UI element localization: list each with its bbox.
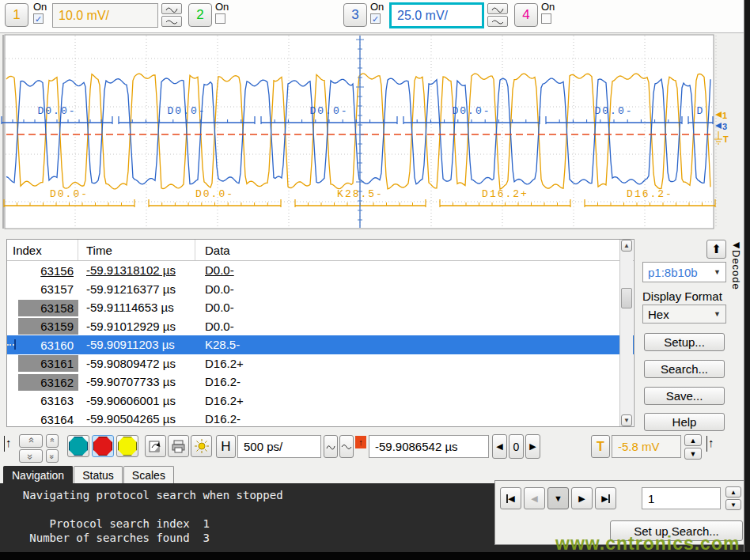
table-row[interactable]: 63159-59.91012929 µsD0.0- xyxy=(7,317,634,336)
column-header-data[interactable]: Data xyxy=(195,240,634,260)
save-button[interactable]: Save... xyxy=(644,387,725,405)
spinner-up-button[interactable]: ▲ xyxy=(725,486,741,498)
channel-3-button[interactable]: 3 xyxy=(343,3,367,27)
cell-time[interactable]: -59.90707733 µs xyxy=(78,375,195,388)
print-button[interactable] xyxy=(168,435,189,457)
scrollbar-thumb[interactable] xyxy=(621,288,632,308)
level-down-button[interactable]: ▼ xyxy=(684,448,702,460)
trigger-button[interactable]: T xyxy=(591,435,610,458)
column-header-time[interactable]: Time xyxy=(78,240,195,260)
channel-1-button[interactable]: 1 xyxy=(5,3,28,27)
cell-time[interactable]: -59.90809472 µs xyxy=(78,357,195,370)
scale-up-icon[interactable] xyxy=(487,3,508,14)
cell-data[interactable]: K28.5- xyxy=(195,338,634,351)
cell-data[interactable]: D16.2+ xyxy=(195,357,634,370)
search-button[interactable]: Search... xyxy=(644,360,725,378)
table-scrollbar[interactable]: ▲ ▼ xyxy=(619,240,633,426)
horizontal-button[interactable]: H xyxy=(216,435,236,458)
channel-4-on-checkbox[interactable] xyxy=(541,13,551,24)
cell-index[interactable]: 63159 xyxy=(18,318,78,335)
nav-down-button[interactable]: ▼ xyxy=(547,487,569,509)
cell-index[interactable]: 63161 xyxy=(18,355,78,372)
collapse-up-button[interactable]: ⬆ xyxy=(706,240,726,259)
column-header-index[interactable]: Index xyxy=(7,240,78,260)
level-up-button[interactable]: ▲ xyxy=(684,434,702,446)
channel-3-on-checkbox[interactable]: ✓ xyxy=(370,13,381,24)
nav-next-button[interactable]: ▶ xyxy=(571,487,593,509)
table-row[interactable]: 63164-59.90504265 µsD16.2- xyxy=(7,410,634,429)
cell-time[interactable]: -59.91114653 µs xyxy=(78,301,195,314)
nav-first-button[interactable]: ◀ xyxy=(500,487,521,509)
help-button[interactable]: Help xyxy=(644,413,725,431)
delay-right-button[interactable]: ▶ xyxy=(525,434,540,459)
tab-navigation[interactable]: Navigation xyxy=(3,466,73,483)
export-button[interactable] xyxy=(145,435,166,457)
channel-1-on-checkbox[interactable]: ✓ xyxy=(33,13,44,24)
single-button[interactable] xyxy=(116,435,138,457)
scale-down-icon[interactable] xyxy=(161,16,182,27)
cell-index[interactable]: 63156 xyxy=(18,263,78,279)
table-row[interactable]: 63161-59.90809472 µsD16.2+ xyxy=(7,354,634,373)
timebase-zoom-in-button[interactable] xyxy=(324,435,338,458)
nav-last-button[interactable]: ▶ xyxy=(595,487,616,509)
table-row[interactable]: 63156-59.91318102 µsD0.0- xyxy=(7,261,634,280)
cell-index[interactable]: 63163 xyxy=(18,392,78,409)
scale-down-icon[interactable] xyxy=(487,16,508,27)
scrollbar-up-icon[interactable]: ▲ xyxy=(621,240,632,252)
cell-index[interactable]: 63157 xyxy=(18,281,78,297)
decode-label: D0.0- xyxy=(452,105,491,117)
cell-time[interactable]: -59.90504265 µs xyxy=(78,412,195,426)
row-marker-icon xyxy=(7,335,18,354)
cell-data[interactable]: D0.0- xyxy=(195,282,634,296)
fine-down-button[interactable]: » xyxy=(46,449,59,463)
pan-down-button[interactable]: » xyxy=(19,449,43,463)
scrollbar-down-icon[interactable]: ▼ xyxy=(621,414,632,426)
table-row[interactable]: 63163-59.90606001 µsD16.2+ xyxy=(7,392,634,411)
delay-zero-button[interactable]: 0 xyxy=(509,434,524,459)
pan-up-button[interactable]: » xyxy=(19,434,43,448)
cell-data[interactable]: D0.0- xyxy=(195,320,634,333)
table-row[interactable]: 63157-59.91216377 µsD0.0- xyxy=(7,280,634,299)
decode-side-tab[interactable]: ◀ Decode xyxy=(730,240,742,290)
tab-scales[interactable]: Scales xyxy=(123,466,174,483)
cell-time[interactable]: -59.91318102 µs xyxy=(78,263,195,277)
table-row[interactable]: 63160-59.90911203 µsK28.5- xyxy=(7,335,634,354)
delay-left-button[interactable]: ◀ xyxy=(492,434,507,459)
cell-data[interactable]: D16.2- xyxy=(195,375,634,388)
delay-field[interactable]: -59.9086542 µs xyxy=(369,435,489,458)
channel-2-on-checkbox[interactable] xyxy=(215,13,225,24)
cell-index[interactable]: 63164 xyxy=(18,411,78,428)
cell-index[interactable]: 63162 xyxy=(18,374,78,391)
channel-4-button[interactable]: 4 xyxy=(514,3,538,27)
cell-data[interactable]: D16.2- xyxy=(195,412,634,426)
timebase-zoom-out-button[interactable] xyxy=(339,435,354,458)
search-index-input[interactable]: 1 xyxy=(642,487,721,509)
fine-up-button[interactable]: » xyxy=(46,434,59,448)
cell-data[interactable]: D0.0- xyxy=(195,301,634,314)
cell-time[interactable]: -59.90606001 µs xyxy=(78,394,195,407)
brightness-button[interactable] xyxy=(191,435,212,457)
channel-1-scale-field[interactable]: 10.0 mV/ xyxy=(52,3,158,28)
cell-time[interactable]: -59.90911203 µs xyxy=(78,338,195,351)
cell-time[interactable]: -59.91216377 µs xyxy=(78,282,195,296)
trigger-level-field[interactable]: -5.8 mV xyxy=(612,435,681,458)
timebase-field[interactable]: 500 ps/ xyxy=(237,435,321,458)
run-button[interactable] xyxy=(67,435,89,457)
setup-button[interactable]: Setup... xyxy=(644,333,725,351)
protocol-dropdown[interactable]: p1:8b10b▼ xyxy=(642,262,726,282)
cell-index[interactable]: 63158 xyxy=(18,300,78,316)
cell-data[interactable]: D16.2+ xyxy=(195,394,634,407)
stop-button[interactable] xyxy=(92,435,114,457)
spinner-down-button[interactable]: ▼ xyxy=(725,499,741,510)
channel-2-button[interactable]: 2 xyxy=(188,3,212,27)
nav-prev-button[interactable]: ◀ xyxy=(524,487,545,509)
cell-index[interactable]: 63160 xyxy=(18,337,78,354)
cell-data[interactable]: D0.0- xyxy=(195,263,634,277)
scale-up-icon[interactable] xyxy=(161,3,182,14)
tab-status[interactable]: Status xyxy=(74,466,123,483)
channel-3-scale-field[interactable]: 25.0 mV/ xyxy=(389,2,484,28)
table-row[interactable]: 63162-59.90707733 µsD16.2- xyxy=(7,373,634,392)
cell-time[interactable]: -59.91012929 µs xyxy=(78,320,195,333)
table-row[interactable]: 63158-59.91114653 µsD0.0- xyxy=(7,298,634,317)
display-format-dropdown[interactable]: Hex▼ xyxy=(642,305,726,324)
